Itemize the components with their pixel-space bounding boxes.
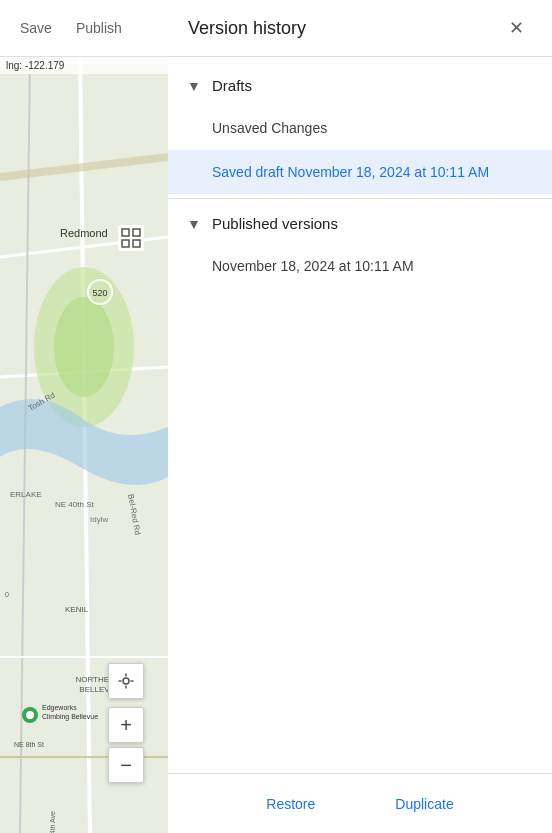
published-version-item[interactable]: November 18, 2024 at 10:11 AM: [168, 244, 552, 288]
published-version-label: November 18, 2024 at 10:11 AM: [212, 258, 414, 274]
close-icon: ✕: [509, 17, 524, 39]
unsaved-changes-label: Unsaved Changes: [212, 120, 327, 136]
close-button[interactable]: ✕: [500, 12, 532, 44]
saved-draft-item[interactable]: Saved draft November 18, 2024 at 10:11 A…: [168, 150, 552, 194]
publish-button[interactable]: Publish: [64, 14, 134, 42]
svg-point-7: [54, 297, 114, 397]
svg-text:Idylw: Idylw: [90, 515, 108, 524]
svg-text:164th Ave: 164th Ave: [49, 811, 56, 833]
zoom-in-button[interactable]: +: [108, 707, 144, 743]
panel-footer: Restore Duplicate: [168, 773, 552, 833]
svg-text:NE 8th St: NE 8th St: [14, 741, 44, 748]
svg-text:Redmond: Redmond: [60, 227, 108, 239]
section-divider: [168, 198, 552, 199]
svg-text:Climbing Bellevue: Climbing Bellevue: [42, 713, 98, 721]
locate-button[interactable]: [108, 663, 144, 699]
svg-text:Edgeworks: Edgeworks: [42, 704, 77, 712]
svg-text:KENIL: KENIL: [65, 605, 89, 614]
coordinates-text: lng: -122.179: [6, 60, 64, 71]
toolbar: Save Publish: [0, 0, 168, 57]
panel-title: Version history: [188, 18, 306, 39]
svg-text:ERLAKE: ERLAKE: [10, 490, 42, 499]
save-button[interactable]: Save: [8, 14, 64, 42]
map-controls: + −: [108, 663, 144, 783]
svg-point-19: [26, 711, 34, 719]
published-chevron-icon: ▼: [184, 216, 204, 232]
duplicate-button[interactable]: Duplicate: [379, 788, 469, 820]
coordinates-bar: lng: -122.179: [0, 57, 168, 74]
unsaved-changes-item[interactable]: Unsaved Changes: [168, 106, 552, 150]
drafts-chevron-icon: ▼: [184, 78, 204, 94]
published-section-header[interactable]: ▼ Published versions: [168, 203, 552, 244]
svg-text:NE 40th St: NE 40th St: [55, 500, 94, 509]
published-section-title: Published versions: [212, 215, 338, 232]
version-history-panel: Version history ✕ ▼ Drafts Unsaved Chang…: [168, 0, 552, 833]
svg-text:0: 0: [5, 591, 9, 598]
drafts-section-header[interactable]: ▼ Drafts: [168, 65, 552, 106]
map-container: Save Publish lng: -122.179 520 Redmond E…: [0, 0, 168, 833]
saved-draft-label: Saved draft November 18, 2024 at 10:11 A…: [212, 164, 489, 180]
restore-button[interactable]: Restore: [250, 788, 331, 820]
svg-point-35: [123, 678, 129, 684]
zoom-out-button[interactable]: −: [108, 747, 144, 783]
svg-text:520: 520: [92, 288, 107, 298]
drafts-section-title: Drafts: [212, 77, 252, 94]
panel-header: Version history ✕: [168, 0, 552, 57]
panel-content: ▼ Drafts Unsaved Changes Saved draft Nov…: [168, 57, 552, 773]
